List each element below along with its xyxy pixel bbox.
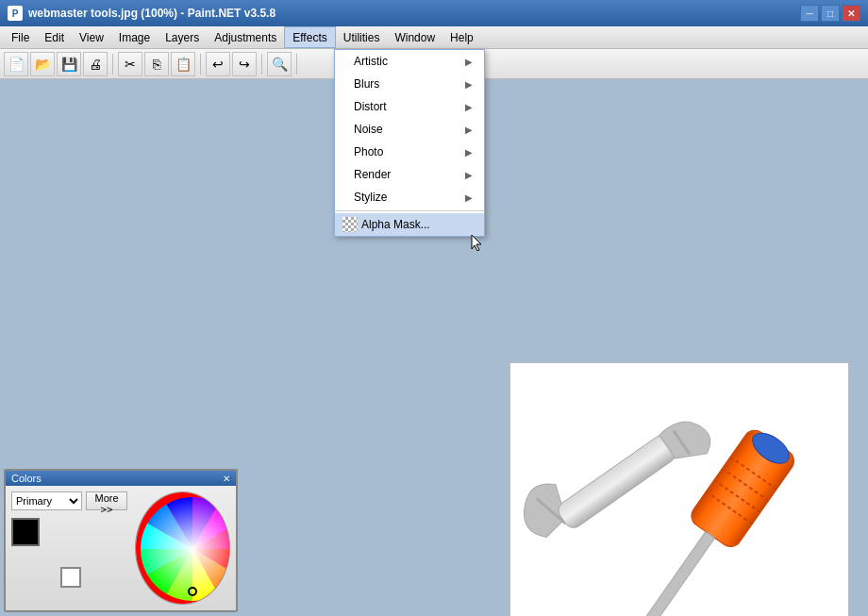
colors-panel-title: Colors xyxy=(11,473,42,484)
toolbar-separator-3 xyxy=(261,54,262,75)
svg-rect-24 xyxy=(555,432,679,531)
noise-arrow: ▶ xyxy=(465,125,473,135)
print-button[interactable]: 🖨 xyxy=(83,52,108,76)
maximize-button[interactable]: □ xyxy=(821,5,840,22)
effects-alpha-mask[interactable]: Alpha Mask... xyxy=(335,213,484,236)
colors-panel: Colors ✕ Primary Secondary More >> xyxy=(4,469,238,612)
secondary-color-swatch[interactable] xyxy=(60,567,81,588)
effects-divider xyxy=(335,210,484,211)
menu-adjustments[interactable]: Adjustments xyxy=(207,26,284,48)
title-bar: P webmaster tools.jpg (100%) - Paint.NET… xyxy=(0,0,868,26)
close-button[interactable]: ✕ xyxy=(842,5,860,22)
blurs-arrow: ▶ xyxy=(465,79,473,90)
paste-button[interactable]: 📋 xyxy=(171,52,195,76)
save-button[interactable]: 💾 xyxy=(57,52,81,76)
color-mode-select[interactable]: Primary Secondary xyxy=(11,491,82,510)
menu-layers[interactable]: Layers xyxy=(158,26,207,48)
menu-bar: File Edit View Image Layers Adjustments … xyxy=(0,26,868,49)
menu-utilities[interactable]: Utilities xyxy=(336,26,388,48)
photo-arrow: ▶ xyxy=(465,147,473,158)
window-title: webmaster tools.jpg (100%) - Paint.NET v… xyxy=(28,7,800,20)
stylize-arrow: ▶ xyxy=(465,192,473,203)
toolbar-separator-4 xyxy=(296,54,297,75)
new-button[interactable]: 📄 xyxy=(4,52,28,76)
menu-help[interactable]: Help xyxy=(442,26,481,48)
effects-dropdown: Artistic ▶ Blurs ▶ Distort ▶ Noise ▶ Pho… xyxy=(334,49,485,237)
menu-window[interactable]: Window xyxy=(387,26,442,48)
app-icon: P xyxy=(8,6,23,21)
menu-file[interactable]: File xyxy=(4,26,37,48)
artistic-arrow: ▶ xyxy=(465,57,473,67)
color-swatch-area xyxy=(11,518,68,574)
copy-button[interactable]: ⎘ xyxy=(144,52,169,76)
tools-image xyxy=(519,372,840,616)
effects-noise[interactable]: Noise ▶ xyxy=(335,118,484,141)
redo-button[interactable]: ↪ xyxy=(232,52,257,76)
distort-arrow: ▶ xyxy=(465,102,473,112)
toolbar-separator-2 xyxy=(200,54,201,75)
alpha-mask-icon xyxy=(342,217,358,232)
color-more-button[interactable]: More >> xyxy=(86,491,127,510)
effects-artistic[interactable]: Artistic ▶ xyxy=(335,50,484,73)
toolbar-separator-1 xyxy=(112,54,113,75)
window-controls: ─ □ ✕ xyxy=(800,5,860,22)
zoom-button[interactable]: 🔍 xyxy=(267,52,292,76)
color-mode-row: Primary Secondary More >> xyxy=(11,491,127,510)
effects-stylize[interactable]: Stylize ▶ xyxy=(335,186,484,208)
undo-button[interactable]: ↩ xyxy=(206,52,230,76)
render-arrow: ▶ xyxy=(465,170,473,180)
menu-edit[interactable]: Edit xyxy=(37,26,72,48)
image-placeholder: tips0tricks.com xyxy=(509,362,849,616)
effects-blurs[interactable]: Blurs ▶ xyxy=(335,73,484,95)
colors-content: Primary Secondary More >> xyxy=(6,486,236,610)
effects-photo[interactable]: Photo ▶ xyxy=(335,141,484,163)
menu-image[interactable]: Image xyxy=(111,26,158,48)
open-button[interactable]: 📂 xyxy=(30,52,55,76)
menu-effects[interactable]: Effects xyxy=(284,26,335,48)
cut-button[interactable]: ✂ xyxy=(118,52,142,76)
color-wheel-svg xyxy=(136,492,230,605)
svg-rect-30 xyxy=(646,532,715,616)
minimize-button[interactable]: ─ xyxy=(800,5,819,22)
effects-render[interactable]: Render ▶ xyxy=(335,163,484,186)
colors-panel-header: Colors ✕ xyxy=(6,471,236,486)
color-wheel[interactable] xyxy=(135,491,230,605)
effects-distort[interactable]: Distort ▶ xyxy=(335,95,484,118)
colors-panel-close[interactable]: ✕ xyxy=(223,474,230,484)
color-controls: Primary Secondary More >> xyxy=(11,491,127,605)
menu-view[interactable]: View xyxy=(72,26,111,48)
primary-color-swatch[interactable] xyxy=(11,518,40,546)
